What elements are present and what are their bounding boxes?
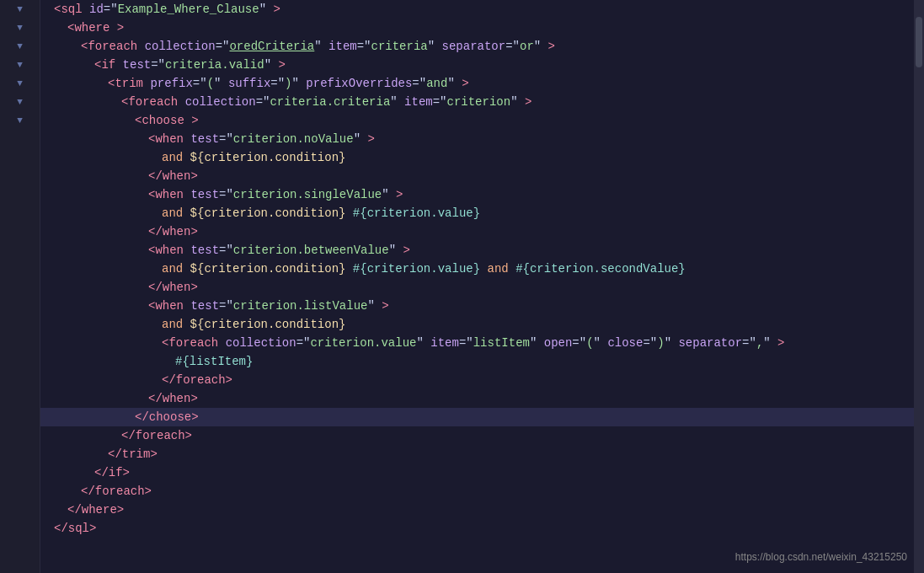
gutter-row — [0, 334, 40, 352]
gutter-row — [0, 538, 40, 556]
gutter-row — [0, 501, 40, 519]
code-line-25: </trim> — [40, 445, 924, 463]
gutter-row — [0, 389, 40, 408]
gutter-row: ▼ — [0, 37, 40, 56]
gutter-row — [0, 222, 40, 241]
gutter-row — [0, 297, 40, 315]
gutter-row — [0, 130, 40, 148]
scrollbar[interactable] — [914, 0, 924, 573]
code-lines: <sql id="Example_Where_Clause" > <where … — [40, 0, 924, 538]
code-line-22: </when> — [40, 389, 924, 408]
gutter-row — [0, 482, 40, 501]
gutter-row — [0, 167, 40, 185]
code-line-23: </choose> — [40, 408, 924, 426]
gutter-row: ▼ — [0, 0, 40, 19]
code-line-26: </if> — [40, 463, 924, 482]
gutter-row — [0, 260, 40, 278]
code-line-11: <when test="criterion.singleValue" > — [40, 185, 924, 204]
watermark: https://blog.csdn.net/weixin_43215250 — [735, 551, 907, 563]
code-line-18: and ${criterion.condition} — [40, 315, 924, 334]
gutter-row: ▼ — [0, 74, 40, 93]
code-line-13: </when> — [40, 222, 924, 241]
code-line-10: </when> — [40, 167, 924, 185]
gutter-row — [0, 426, 40, 445]
scrollbar-thumb[interactable] — [916, 17, 922, 67]
code-line-20: #{listItem} — [40, 352, 924, 371]
gutter-row — [0, 204, 40, 222]
code-line-4: <if test="criteria.valid" > — [40, 56, 924, 74]
gutter-row — [0, 241, 40, 260]
code-line-6: <foreach collection="criteria.criteria" … — [40, 93, 924, 111]
gutter-row — [0, 371, 40, 389]
gutter-row — [0, 519, 40, 538]
code-line-5: <trim prefix="(" suffix=")" prefixOverri… — [40, 74, 924, 93]
gutter-row: ▼ — [0, 56, 40, 74]
code-line-8: <when test="criterion.noValue" > — [40, 130, 924, 148]
gutter-row — [0, 445, 40, 463]
code-line-7: <choose > — [40, 111, 924, 130]
gutter-row — [0, 408, 40, 426]
code-line-12: and ${criterion.condition} #{criterion.v… — [40, 204, 924, 222]
gutter-row: ▼ — [0, 111, 40, 130]
gutter-row: ▼ — [0, 93, 40, 111]
code-line-9: and ${criterion.condition} — [40, 148, 924, 167]
gutter-row — [0, 315, 40, 334]
code-area: <sql id="Example_Where_Clause" > <where … — [40, 0, 924, 573]
gutter: ▼ ▼ ▼ ▼ ▼ ▼ ▼ — [0, 0, 40, 573]
code-line-2: <where > — [40, 19, 924, 37]
code-line-21: </foreach> — [40, 371, 924, 389]
code-line-28: </where> — [40, 501, 924, 519]
code-line-16: </when> — [40, 278, 924, 297]
code-line-29: </sql> — [40, 519, 924, 538]
gutter-row — [0, 352, 40, 371]
gutter-row — [0, 185, 40, 204]
code-line-15: and ${criterion.condition} #{criterion.v… — [40, 260, 924, 278]
gutter-row — [0, 278, 40, 297]
code-line-27: </foreach> — [40, 482, 924, 501]
code-line-24: </foreach> — [40, 426, 924, 445]
code-line-19: <foreach collection="criterion.value" it… — [40, 334, 924, 352]
code-line-14: <when test="criterion.betweenValue" > — [40, 241, 924, 260]
gutter-icons: ▼ ▼ ▼ ▼ ▼ ▼ ▼ — [0, 0, 40, 556]
code-line-1: <sql id="Example_Where_Clause" > — [40, 0, 924, 19]
gutter-row — [0, 463, 40, 482]
code-line-3: <foreach collection="oredCriteria" item=… — [40, 37, 924, 56]
gutter-row: ▼ — [0, 19, 40, 37]
gutter-row — [0, 148, 40, 167]
code-editor: ▼ ▼ ▼ ▼ ▼ ▼ ▼ — [0, 0, 924, 573]
code-line-17: <when test="criterion.listValue" > — [40, 297, 924, 315]
